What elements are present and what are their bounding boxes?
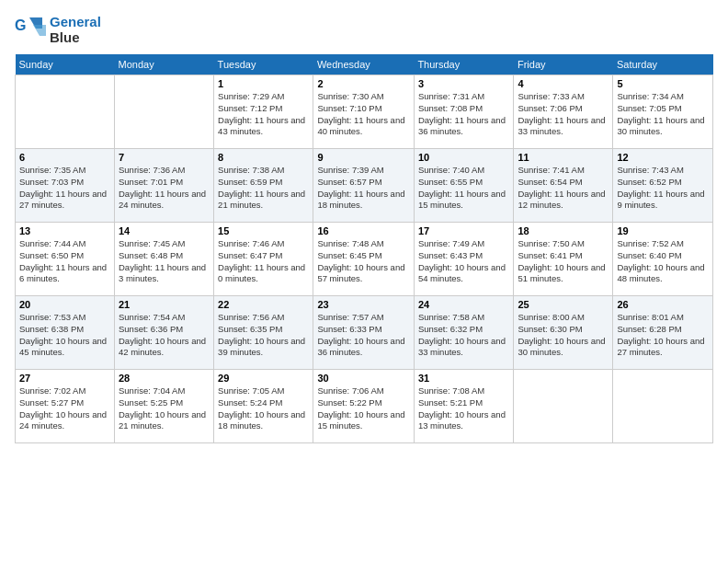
day-number: 7 — [119, 152, 210, 163]
day-number: 10 — [418, 152, 510, 163]
calendar-cell: 23Sunrise: 7:57 AM Sunset: 6:33 PM Dayli… — [313, 296, 414, 370]
day-info: Sunrise: 7:43 AM Sunset: 6:52 PM Dayligh… — [617, 165, 709, 212]
calendar-cell: 22Sunrise: 7:56 AM Sunset: 6:35 PM Dayli… — [214, 296, 313, 370]
day-info: Sunrise: 8:01 AM Sunset: 6:28 PM Dayligh… — [617, 312, 709, 359]
calendar-cell: 3Sunrise: 7:31 AM Sunset: 7:08 PM Daylig… — [414, 75, 514, 149]
weekday-header: Saturday — [613, 54, 713, 75]
day-info: Sunrise: 7:56 AM Sunset: 6:35 PM Dayligh… — [218, 312, 309, 359]
calendar-table: SundayMondayTuesdayWednesdayThursdayFrid… — [15, 54, 713, 443]
calendar-cell: 5Sunrise: 7:34 AM Sunset: 7:05 PM Daylig… — [613, 75, 713, 149]
weekday-header: Tuesday — [214, 54, 313, 75]
calendar-page: G General Blue SundayMondayTuesdayWednes… — [0, 0, 728, 563]
day-info: Sunrise: 7:44 AM Sunset: 6:50 PM Dayligh… — [19, 238, 110, 285]
day-info: Sunrise: 7:45 AM Sunset: 6:48 PM Dayligh… — [119, 238, 210, 285]
calendar-cell: 11Sunrise: 7:41 AM Sunset: 6:54 PM Dayli… — [514, 149, 613, 223]
calendar-cell: 13Sunrise: 7:44 AM Sunset: 6:50 PM Dayli… — [16, 223, 115, 296]
day-info: Sunrise: 7:34 AM Sunset: 7:05 PM Dayligh… — [617, 91, 709, 138]
day-info: Sunrise: 7:36 AM Sunset: 7:01 PM Dayligh… — [119, 165, 210, 212]
day-number: 26 — [617, 299, 709, 310]
day-info: Sunrise: 7:08 AM Sunset: 5:21 PM Dayligh… — [418, 385, 510, 432]
day-info: Sunrise: 7:30 AM Sunset: 7:10 PM Dayligh… — [317, 91, 409, 138]
day-number: 30 — [317, 373, 409, 384]
calendar-cell — [115, 75, 214, 149]
day-info: Sunrise: 7:38 AM Sunset: 6:59 PM Dayligh… — [218, 165, 309, 212]
day-info: Sunrise: 7:57 AM Sunset: 6:33 PM Dayligh… — [317, 312, 409, 359]
calendar-week-row: 13Sunrise: 7:44 AM Sunset: 6:50 PM Dayli… — [16, 223, 713, 296]
day-number: 19 — [617, 225, 709, 236]
day-info: Sunrise: 7:48 AM Sunset: 6:45 PM Dayligh… — [317, 238, 409, 285]
day-number: 14 — [119, 225, 210, 236]
header: G General Blue — [15, 15, 713, 45]
calendar-cell: 16Sunrise: 7:48 AM Sunset: 6:45 PM Dayli… — [313, 223, 414, 296]
calendar-cell — [514, 370, 613, 443]
calendar-cell: 26Sunrise: 8:01 AM Sunset: 6:28 PM Dayli… — [613, 296, 713, 370]
svg-marker-2 — [33, 25, 46, 36]
day-info: Sunrise: 7:53 AM Sunset: 6:38 PM Dayligh… — [19, 312, 110, 359]
day-number: 23 — [317, 299, 409, 310]
calendar-cell — [16, 75, 115, 149]
day-info: Sunrise: 7:05 AM Sunset: 5:24 PM Dayligh… — [218, 385, 309, 432]
calendar-cell: 10Sunrise: 7:40 AM Sunset: 6:55 PM Dayli… — [414, 149, 514, 223]
day-info: Sunrise: 7:58 AM Sunset: 6:32 PM Dayligh… — [418, 312, 510, 359]
day-number: 11 — [518, 152, 609, 163]
day-info: Sunrise: 8:00 AM Sunset: 6:30 PM Dayligh… — [518, 312, 609, 359]
calendar-cell: 4Sunrise: 7:33 AM Sunset: 7:06 PM Daylig… — [514, 75, 613, 149]
calendar-cell: 8Sunrise: 7:38 AM Sunset: 6:59 PM Daylig… — [214, 149, 313, 223]
calendar-cell: 21Sunrise: 7:54 AM Sunset: 6:36 PM Dayli… — [115, 296, 214, 370]
calendar-week-row: 27Sunrise: 7:02 AM Sunset: 5:27 PM Dayli… — [16, 370, 713, 443]
calendar-cell: 20Sunrise: 7:53 AM Sunset: 6:38 PM Dayli… — [16, 296, 115, 370]
day-info: Sunrise: 7:02 AM Sunset: 5:27 PM Dayligh… — [19, 385, 110, 432]
day-number: 3 — [418, 78, 510, 89]
calendar-week-row: 20Sunrise: 7:53 AM Sunset: 6:38 PM Dayli… — [16, 296, 713, 370]
logo-svg: G — [15, 16, 48, 45]
day-number: 18 — [518, 225, 609, 236]
calendar-week-row: 1Sunrise: 7:29 AM Sunset: 7:12 PM Daylig… — [16, 75, 713, 149]
day-info: Sunrise: 7:29 AM Sunset: 7:12 PM Dayligh… — [218, 91, 309, 138]
day-info: Sunrise: 7:40 AM Sunset: 6:55 PM Dayligh… — [418, 165, 510, 212]
day-number: 24 — [418, 299, 510, 310]
calendar-cell: 1Sunrise: 7:29 AM Sunset: 7:12 PM Daylig… — [214, 75, 313, 149]
day-number: 1 — [218, 78, 309, 89]
day-number: 20 — [19, 299, 110, 310]
day-number: 21 — [119, 299, 210, 310]
weekday-header: Thursday — [414, 54, 514, 75]
calendar-cell: 30Sunrise: 7:06 AM Sunset: 5:22 PM Dayli… — [313, 370, 414, 443]
calendar-cell: 14Sunrise: 7:45 AM Sunset: 6:48 PM Dayli… — [115, 223, 214, 296]
calendar-cell: 28Sunrise: 7:04 AM Sunset: 5:25 PM Dayli… — [115, 370, 214, 443]
weekday-header: Friday — [514, 54, 613, 75]
calendar-cell: 7Sunrise: 7:36 AM Sunset: 7:01 PM Daylig… — [115, 149, 214, 223]
calendar-week-row: 6Sunrise: 7:35 AM Sunset: 7:03 PM Daylig… — [16, 149, 713, 223]
day-number: 28 — [119, 373, 210, 384]
calendar-cell: 18Sunrise: 7:50 AM Sunset: 6:41 PM Dayli… — [514, 223, 613, 296]
day-number: 29 — [218, 373, 309, 384]
day-number: 17 — [418, 225, 510, 236]
calendar-cell: 31Sunrise: 7:08 AM Sunset: 5:21 PM Dayli… — [414, 370, 514, 443]
day-info: Sunrise: 7:54 AM Sunset: 6:36 PM Dayligh… — [119, 312, 210, 359]
weekday-header: Monday — [115, 54, 214, 75]
calendar-cell: 27Sunrise: 7:02 AM Sunset: 5:27 PM Dayli… — [16, 370, 115, 443]
calendar-cell: 24Sunrise: 7:58 AM Sunset: 6:32 PM Dayli… — [414, 296, 514, 370]
logo-name-bottom: Blue — [50, 30, 101, 46]
day-number: 31 — [418, 373, 510, 384]
day-number: 4 — [518, 78, 609, 89]
day-number: 5 — [617, 78, 709, 89]
day-info: Sunrise: 7:50 AM Sunset: 6:41 PM Dayligh… — [518, 238, 609, 285]
calendar-cell: 9Sunrise: 7:39 AM Sunset: 6:57 PM Daylig… — [313, 149, 414, 223]
weekday-header: Sunday — [16, 54, 115, 75]
day-info: Sunrise: 7:31 AM Sunset: 7:08 PM Dayligh… — [418, 91, 510, 138]
day-info: Sunrise: 7:06 AM Sunset: 5:22 PM Dayligh… — [317, 385, 409, 432]
day-number: 8 — [218, 152, 309, 163]
weekday-header: Wednesday — [313, 54, 414, 75]
day-info: Sunrise: 7:46 AM Sunset: 6:47 PM Dayligh… — [218, 238, 309, 285]
day-number: 15 — [218, 225, 309, 236]
calendar-cell: 6Sunrise: 7:35 AM Sunset: 7:03 PM Daylig… — [16, 149, 115, 223]
calendar-cell: 15Sunrise: 7:46 AM Sunset: 6:47 PM Dayli… — [214, 223, 313, 296]
logo-name-top: General — [50, 15, 101, 30]
calendar-cell: 25Sunrise: 8:00 AM Sunset: 6:30 PM Dayli… — [514, 296, 613, 370]
day-number: 6 — [19, 152, 110, 163]
day-info: Sunrise: 7:35 AM Sunset: 7:03 PM Dayligh… — [19, 165, 110, 212]
svg-text:G: G — [15, 17, 26, 33]
day-number: 9 — [317, 152, 409, 163]
day-number: 25 — [518, 299, 609, 310]
calendar-cell: 29Sunrise: 7:05 AM Sunset: 5:24 PM Dayli… — [214, 370, 313, 443]
